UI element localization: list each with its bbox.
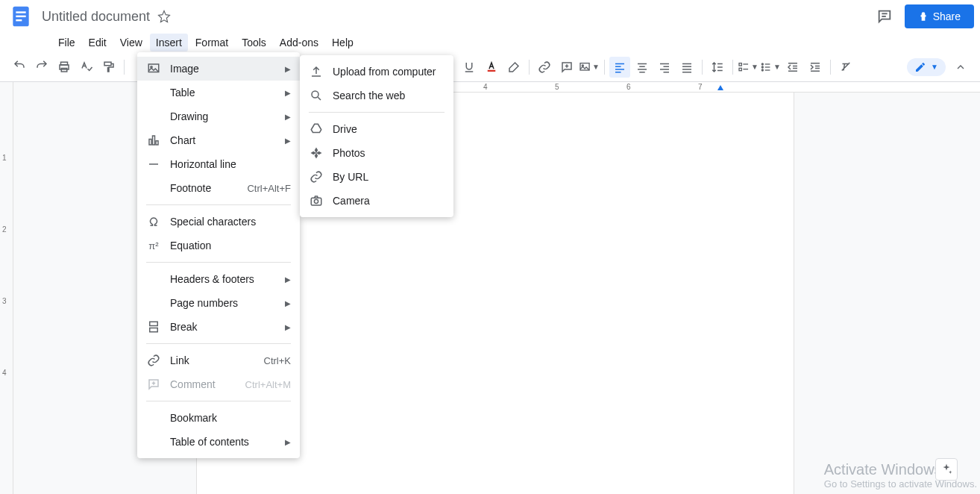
svg-point-38 (761, 63, 763, 64)
svg-point-65 (312, 91, 318, 98)
submenu-by-url[interactable]: By URL (300, 165, 453, 189)
text-color-icon[interactable] (481, 57, 502, 78)
paint-format-icon[interactable] (98, 57, 119, 78)
mi-label: Break (170, 321, 285, 333)
checklist-icon[interactable]: ▼ (738, 57, 758, 78)
break-icon (146, 319, 161, 334)
mi-label: Photos (333, 147, 445, 159)
ruler-right-margin-icon[interactable] (717, 85, 723, 90)
svg-point-42 (761, 69, 763, 71)
menu-item-special-chars[interactable]: Special characters (137, 210, 300, 234)
link-icon (146, 353, 161, 368)
svg-rect-10 (488, 69, 496, 71)
svg-rect-3 (16, 19, 22, 21)
hruler-mark: 4 (483, 83, 488, 91)
svg-rect-36 (739, 68, 741, 70)
menu-item-comment[interactable]: Comment Ctrl+Alt+M (137, 372, 300, 396)
menu-addons[interactable]: Add-ons (274, 34, 324, 51)
link-icon[interactable] (534, 57, 555, 78)
svg-rect-57 (149, 140, 151, 146)
collapse-icon[interactable] (950, 57, 971, 78)
clear-format-icon[interactable] (835, 57, 856, 78)
align-left-icon[interactable] (609, 57, 630, 78)
bulleted-list-icon[interactable]: ▼ (760, 57, 781, 78)
menu-insert[interactable]: Insert (150, 34, 188, 51)
vruler-mark: 2 (2, 225, 7, 234)
svg-point-40 (761, 66, 763, 67)
svg-rect-62 (150, 328, 158, 332)
docs-logo[interactable] (6, 1, 36, 31)
menu-view[interactable]: View (114, 34, 148, 51)
mi-label: Drawing (170, 110, 285, 122)
insert-image-icon[interactable]: ▼ (579, 57, 600, 78)
highlight-icon[interactable] (503, 57, 524, 78)
chevron-right-icon: ▶ (285, 438, 291, 446)
line-spacing-icon[interactable] (707, 57, 728, 78)
undo-icon[interactable] (9, 57, 30, 78)
menu-tools[interactable]: Tools (236, 34, 272, 51)
submenu-photos[interactable]: Photos (300, 141, 453, 165)
mi-label: Bookmark (170, 412, 291, 424)
comments-icon[interactable] (876, 8, 893, 25)
menu-item-equation[interactable]: π² Equation (137, 234, 300, 257)
chevron-right-icon: ▶ (285, 275, 291, 284)
align-justify-icon[interactable] (676, 57, 697, 78)
decrease-indent-icon[interactable] (782, 57, 803, 78)
redo-icon[interactable] (31, 57, 52, 78)
menu-item-footnote[interactable]: Footnote Ctrl+Alt+F (137, 176, 300, 200)
underline-icon[interactable] (459, 57, 480, 78)
menu-item-drawing[interactable]: Drawing ▶ (137, 104, 300, 128)
menu-item-toc[interactable]: Table of contents ▶ (137, 430, 300, 454)
svg-rect-1 (16, 11, 25, 13)
mi-shortcut: Ctrl+K (264, 355, 291, 366)
chart-icon (146, 133, 161, 148)
chevron-right-icon: ▶ (285, 89, 291, 97)
menu-file[interactable]: File (52, 34, 81, 51)
share-label: Share (933, 10, 961, 22)
mi-label: Search the web (333, 90, 445, 101)
mi-label: Comment (170, 378, 245, 390)
mi-label: Footnote (170, 182, 247, 194)
mi-label: Image (170, 63, 285, 75)
explore-button[interactable] (935, 458, 958, 481)
submenu-drive[interactable]: Drive (300, 117, 453, 141)
submenu-camera[interactable]: Camera (300, 189, 453, 213)
pi-icon: π² (146, 238, 161, 253)
upload-icon (309, 64, 324, 79)
hline-icon (146, 157, 161, 172)
menu-item-break[interactable]: Break ▶ (137, 315, 300, 339)
menu-item-headers-footers[interactable]: Headers & footers ▶ (137, 267, 300, 291)
image-icon (146, 61, 161, 76)
mi-shortcut: Ctrl+Alt+F (247, 183, 291, 194)
mi-label: Headers & footers (170, 273, 285, 285)
submenu-upload[interactable]: Upload from computer (300, 60, 453, 84)
mi-label: Table (170, 87, 285, 99)
increase-indent-icon[interactable] (805, 57, 826, 78)
menu-help[interactable]: Help (326, 34, 359, 51)
mi-label: Chart (170, 134, 285, 146)
submenu-search-web[interactable]: Search the web (300, 84, 453, 107)
spellcheck-icon[interactable] (76, 57, 97, 78)
menu-item-link[interactable]: Link Ctrl+K (137, 348, 300, 372)
share-button[interactable]: Share (905, 4, 974, 28)
align-right-icon[interactable] (654, 57, 675, 78)
title-bar: Untitled document Share (0, 0, 980, 33)
menu-item-image[interactable]: Image ▶ (137, 57, 300, 81)
menu-edit[interactable]: Edit (83, 34, 113, 51)
menu-item-table[interactable]: Table ▶ (137, 81, 300, 104)
chevron-right-icon: ▶ (285, 323, 291, 331)
menu-item-page-numbers[interactable]: Page numbers ▶ (137, 291, 300, 315)
menu-item-bookmark[interactable]: Bookmark (137, 406, 300, 430)
align-center-icon[interactable] (632, 57, 653, 78)
drive-icon (309, 122, 324, 137)
menu-item-chart[interactable]: Chart ▶ (137, 128, 300, 152)
add-comment-icon[interactable] (556, 57, 577, 78)
star-icon[interactable] (157, 10, 171, 23)
svg-rect-2 (16, 16, 25, 17)
document-title[interactable]: Untitled document (42, 9, 150, 25)
menu-item-horizontal-line[interactable]: Horizontal line (137, 152, 300, 176)
print-icon[interactable] (54, 57, 75, 78)
editing-mode-button[interactable]: ▼ (907, 58, 946, 76)
menu-format[interactable]: Format (189, 34, 234, 51)
omega-icon (146, 214, 161, 229)
